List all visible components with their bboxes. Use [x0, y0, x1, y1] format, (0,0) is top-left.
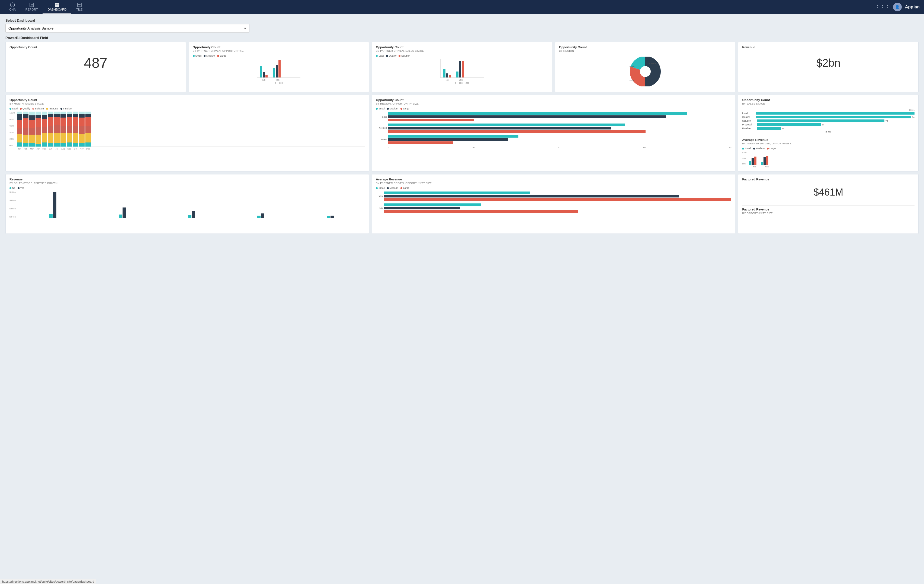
revenue-value: $2bn	[742, 49, 914, 76]
legend-item-medium: Medium	[204, 54, 215, 57]
main-content: Select Dashboard Opportunity Analysis Sa…	[0, 14, 924, 238]
card-subtitle-opp-partner: BY PARTNER DRIVEN, OPPORTUNITY...	[193, 49, 365, 52]
svg-rect-10	[78, 4, 81, 5]
card-title-opp-ss: Opportunity Count	[376, 46, 548, 49]
card-title-revenue-ss: Revenue	[10, 178, 365, 181]
card-revenue-total: Revenue $2bn	[738, 42, 919, 92]
svg-text:East: East	[630, 79, 634, 82]
card-title-opp-count: Opportunity Count	[10, 46, 182, 49]
card-title-opp-partner: Opportunity Count	[193, 46, 365, 49]
top-nav: ? QNA REPORT DASHBOARD	[0, 0, 924, 14]
dashboard-grid: Opportunity Count 487 Opportunity Count …	[5, 42, 919, 234]
card-title-factored-rev-size: Factored Revenue	[742, 208, 914, 211]
card-title-opp-ss-bar: Opportunity Count	[742, 98, 914, 102]
card-opp-region: Opportunity Count BY REGION Central East	[555, 42, 736, 92]
svg-text:West: West	[630, 66, 635, 68]
card-subtitle-factored-rev-size: BY OPPORTUNITY SIZE	[742, 212, 914, 214]
card-opp-month: Opportunity Count BY MONTH, SALES STAGE …	[5, 95, 369, 171]
svg-text:?: ?	[12, 3, 13, 7]
nav-item-dashboard[interactable]: DASHBOARD	[43, 1, 71, 13]
legend-opp-ss: Lead Qualify Solution	[376, 54, 548, 57]
card-subtitle-opp-region-size: BY REGION, OPPORTUNITY SIZE	[376, 102, 731, 105]
nav-item-tile[interactable]: TILE	[71, 1, 87, 13]
opp-count-value: 487	[10, 49, 182, 76]
card-subtitle-opp-region: BY REGION	[559, 49, 731, 52]
legend-region-size: Small Medium Large	[376, 107, 731, 110]
card-subtitle-opp-ss-bar: BY SALES STAGE	[742, 102, 914, 105]
card-opp-sales-stage: Opportunity Count BY PARTNER DRIVEN, SAL…	[372, 42, 552, 92]
section-label: PowerBI Dashboard Field	[5, 36, 919, 40]
card-opp-partner: Opportunity Count BY PARTNER DRIVEN, OPP…	[189, 42, 369, 92]
legend-item-large: Large	[217, 54, 226, 57]
card-title-revenue: Revenue	[742, 46, 914, 49]
card-revenue-ss: Revenue BY SALES STAGE, PARTNER DRIVEN N…	[5, 174, 369, 234]
card-subtitle-revenue-ss: BY SALES STAGE, PARTNER DRIVEN	[10, 181, 365, 184]
legend-item-small: Small	[193, 54, 202, 57]
card-opp-count-total: Opportunity Count 487	[5, 42, 186, 92]
card-title-opp-month: Opportunity Count	[10, 98, 365, 102]
card-title-opp-region-size: Opportunity Count	[376, 98, 731, 102]
svg-rect-6	[57, 3, 59, 5]
card-subtitle-avg-rev-size: BY PARTNER DRIVEN, OPPORTUNITY SIZE	[376, 181, 731, 184]
svg-rect-2	[30, 3, 34, 7]
card-subtitle-opp-month: BY MONTH, SALES STAGE	[10, 102, 365, 105]
card-subtitle-avg-rev: BY PARTNER DRIVEN, OPPORTUNITY...	[742, 142, 914, 145]
pie-chart-region: Central East West	[559, 54, 731, 89]
svg-rect-5	[55, 3, 57, 5]
nav-item-report[interactable]: REPORT	[21, 1, 43, 13]
legend-opp-month: Lead Qualify Solution Proposal Finalize	[10, 107, 365, 110]
nav-item-qna[interactable]: ? QNA	[4, 1, 21, 13]
card-avg-rev-size: Average Revenue BY PARTNER DRIVEN, OPPOR…	[372, 174, 735, 234]
select-label: Select Dashboard	[5, 18, 919, 23]
grid-icon[interactable]: ⋮⋮⋮	[875, 4, 890, 10]
card-opp-region-size: Opportunity Count BY REGION, OPPORTUNITY…	[372, 95, 735, 171]
card-factored-revenue: Factored Revenue $461M Factored Revenue …	[738, 174, 919, 234]
card-opp-ss-bar: Opportunity Count BY SALES STAGE 100% Le…	[738, 95, 919, 171]
svg-rect-8	[57, 5, 59, 7]
card-title-opp-region: Opportunity Count	[559, 46, 731, 49]
svg-rect-7	[55, 5, 57, 7]
brand-name: Appian	[905, 5, 920, 10]
nav-items: ? QNA REPORT DASHBOARD	[4, 1, 87, 13]
svg-text:Central: Central	[649, 62, 657, 65]
card-title-avg-rev: Average Revenue	[742, 138, 914, 141]
legend-opp-partner: Small Medium Large	[193, 54, 365, 57]
svg-point-14	[640, 66, 651, 77]
card-subtitle-opp-ss: BY PARTNER DRIVEN, SALES STAGE	[376, 49, 548, 52]
card-title-avg-rev-size: Average Revenue	[376, 178, 731, 181]
avatar[interactable]: 👤	[893, 3, 902, 12]
dashboard-select[interactable]: Opportunity Analysis Sample	[5, 24, 249, 33]
card-title-factored-rev: Factored Revenue	[742, 178, 914, 181]
nav-right: ⋮⋮⋮ 👤 Appian	[875, 3, 920, 12]
factored-revenue-value: $461M	[742, 181, 914, 203]
